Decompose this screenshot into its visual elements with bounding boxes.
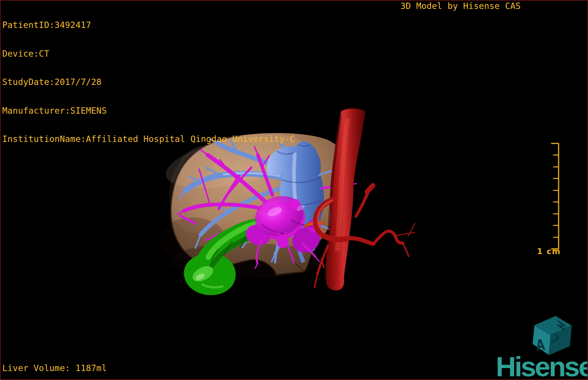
patient-id-line: PatientID:3492417 xyxy=(2,20,295,30)
scale-bar xyxy=(551,143,559,249)
viewer-frame: A H L PatientID:3492417 Device:CT StudyD… xyxy=(0,0,588,380)
watermark-text: 3D Model by Hisense CAS xyxy=(400,1,521,11)
orientation-cube[interactable]: A H L xyxy=(533,316,572,355)
device-line: Device:CT xyxy=(2,49,295,59)
liver-volume-readout: Liver Volume: 1187ml xyxy=(2,364,107,373)
scale-bar-label: 1 cm xyxy=(537,247,561,256)
institution-line: InstitutionName:Affiliated Hospital Qing… xyxy=(2,134,295,144)
hisense-logo: Hisense xyxy=(496,353,588,380)
study-date-line: StudyDate:2017/7/28 xyxy=(2,77,295,87)
patient-info-overlay: PatientID:3492417 Device:CT StudyDate:20… xyxy=(2,1,295,163)
manufacturer-line: Manufacturer:SIEMENS xyxy=(2,106,295,116)
